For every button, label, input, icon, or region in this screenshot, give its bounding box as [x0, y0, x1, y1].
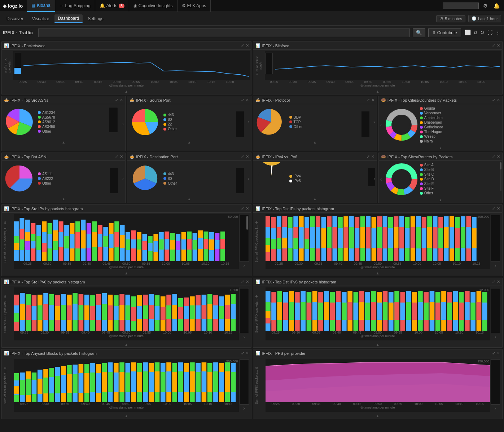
nav-arrow-anycast[interactable]: › [240, 405, 249, 411]
close-icon-sites[interactable]: ✕ [497, 154, 500, 159]
collapse-arrow-dst-port[interactable]: ▲ [187, 197, 191, 201]
expand-icon-src-ipv6[interactable]: ⤢ [241, 279, 244, 284]
sec-tab-visualize[interactable]: Visualize [29, 15, 53, 23]
collapse-arrow-ipv4-v6[interactable]: ▲ [313, 197, 317, 201]
sec-tab-settings[interactable]: Settings [84, 15, 107, 23]
nav-tab-kibana[interactable]: ▦ Kibana [27, 0, 55, 12]
svg-rect-295 [342, 303, 347, 320]
expand-icon-dst-ips[interactable]: ⤢ [492, 206, 495, 211]
close-icon-dst-ips[interactable]: ✕ [497, 206, 500, 211]
expand-icon[interactable]: ⤢ [241, 43, 244, 48]
svg-point-12 [393, 117, 409, 133]
notifications-icon[interactable]: 🔔 [492, 2, 501, 9]
refresh-icon[interactable]: ↻ [479, 29, 485, 36]
expand-icon-protocol[interactable]: ⤢ [367, 98, 370, 102]
close-icon-protocol[interactable]: ✕ [371, 98, 374, 102]
expand-icon-anycast[interactable]: ⤢ [241, 351, 244, 356]
nav-arrow-asns[interactable]: › [122, 121, 124, 127]
legend-item-naira: Naira [420, 139, 500, 143]
expand-icon-pps[interactable]: ⤢ [492, 351, 495, 356]
expand-icon-src-ips[interactable]: ⤢ [241, 206, 244, 211]
more-options-icon[interactable]: ⋮ [495, 29, 501, 36]
close-icon-dst-ipv6[interactable]: ✕ [497, 279, 500, 284]
collapse-arrow-source-port[interactable]: ▲ [187, 140, 191, 144]
nav-tab-elk-apps[interactable]: ⚙ ELK Apps [178, 0, 211, 12]
nav-arrow-protocol[interactable]: › [373, 119, 375, 125]
panel-header-protocol: 🥧 IPFIX - Protocol ⤢ ✕ [253, 96, 377, 104]
expand-icon-dst-ipv6[interactable]: ⤢ [492, 279, 495, 284]
collapse-row-src-ipv6: ▲ [2, 342, 251, 347]
clone-icon[interactable]: ⧉ [473, 29, 478, 36]
close-icon-dst-asn[interactable]: ✕ [120, 154, 123, 159]
search-input[interactable] [38, 28, 410, 37]
nav-arrow-src-ips[interactable]: › [240, 263, 249, 268]
collapse-arrow-src-ipv6[interactable]: ▲ [124, 343, 128, 347]
sec-tab-dashboard[interactable]: Dashboard [54, 14, 83, 23]
share-icon[interactable]: ⬜ [464, 29, 472, 36]
nav-arrow-left-sites[interactable]: ‹ [380, 176, 382, 182]
nav-arrow-src-ipv6[interactable]: › [240, 334, 249, 340]
expand-icon-sites[interactable]: ⤢ [492, 154, 495, 159]
legend-box-source-port [236, 111, 244, 137]
close-icon-src-ips[interactable]: ✕ [246, 206, 249, 211]
nav-tab-alerts[interactable]: 🔔 Alerts 8 [95, 0, 129, 12]
svg-rect-130 [310, 227, 315, 248]
collapse-arrow-cities[interactable]: ▲ [439, 146, 442, 150]
panel-actions-dst-ips: ⤢ ✕ [492, 206, 500, 211]
svg-rect-414 [213, 371, 218, 392]
nav-tab-cognitive-insights[interactable]: ◉ Cognitive Insights [129, 0, 178, 12]
area-chart-svg-pps [266, 359, 490, 402]
close-icon[interactable]: ✕ [246, 43, 249, 48]
svg-rect-61 [98, 234, 102, 247]
nav-tab-log-shipping[interactable]: → Log Shipping [55, 0, 95, 12]
sec-tab-discover[interactable]: Discover [3, 15, 27, 23]
search-button[interactable]: 🔍 [413, 28, 425, 37]
collapse-arrow-dst-asn[interactable]: ▲ [62, 197, 65, 201]
panel-title-top-src-ips-hist: IPFIX - Top Src IPs by packets histogram [10, 207, 240, 211]
time-interval-button[interactable]: ⏱ 5 minutes [436, 15, 465, 22]
nav-arrow-dst-ipv6[interactable]: › [491, 334, 500, 340]
nav-arrow-ipv4-v6[interactable]: › [373, 176, 375, 181]
collapse-arrow-src-ips[interactable]: ▲ [124, 271, 128, 275]
top-search-input[interactable] [443, 3, 479, 9]
close-icon-cities[interactable]: ✕ [497, 98, 500, 102]
time-range-button[interactable]: 🕐 Last 1 hour [468, 15, 501, 22]
collapse-arrow-protocol[interactable]: ▲ [313, 140, 317, 144]
nav-arrow-source-port[interactable]: › [248, 119, 250, 125]
nav-arrow-pps[interactable]: › [491, 405, 500, 411]
expand-icon-ipv4-v6[interactable]: ⤢ [367, 154, 370, 159]
collapse-arrow-asns[interactable]: ▲ [62, 140, 65, 144]
nav-arrow-dst-port[interactable]: › [248, 176, 250, 181]
collapse-arrow-anycast[interactable]: ▲ [124, 414, 128, 418]
logo: ◈ logz.io [3, 3, 23, 9]
close-icon-asns[interactable]: ✕ [120, 98, 123, 102]
close-icon-anycast[interactable]: ✕ [246, 351, 249, 356]
nav-arrow-dst-ips[interactable]: › [491, 263, 500, 268]
collapse-arrow-pps[interactable]: ▲ [376, 414, 380, 418]
expand-icon-asns[interactable]: ⤢ [115, 98, 118, 102]
collapse-arrow-dst-ips[interactable]: ▲ [376, 271, 380, 275]
close-icon-ipv4-v6[interactable]: ✕ [371, 154, 374, 159]
x-axis-timestamps-packets: 09:2509:3009:3509:4009:4509:5009:5510:00… [3, 80, 250, 84]
nav-arrow-left-cities[interactable]: ‹ [380, 122, 382, 128]
close-icon-pps[interactable]: ✕ [497, 351, 500, 356]
close-icon-dst-port[interactable]: ✕ [246, 154, 249, 159]
settings-icon[interactable]: ⚙ [482, 2, 489, 9]
collapse-arrow-bits[interactable]: ▲ [376, 89, 380, 93]
expand-icon-dst-asn[interactable]: ⤢ [115, 154, 118, 159]
close-icon-bits[interactable]: ✕ [497, 43, 500, 48]
svg-rect-341 [476, 302, 481, 320]
collapse-arrow-sites[interactable]: ▲ [439, 198, 442, 202]
close-icon-source-port[interactable]: ✕ [246, 98, 249, 102]
svg-rect-201 [43, 304, 48, 320]
collapse-arrow-dst-ipv6[interactable]: ▲ [376, 343, 380, 347]
close-icon-src-ipv6[interactable]: ✕ [246, 279, 249, 284]
expand-icon-bits[interactable]: ⤢ [492, 43, 495, 48]
expand-icon-source-port[interactable]: ⤢ [241, 98, 244, 102]
fullscreen-icon[interactable]: ⛶ [487, 29, 493, 36]
expand-icon-dst-port[interactable]: ⤢ [241, 154, 244, 159]
contribute-button[interactable]: ⬆ Contribute [428, 28, 461, 37]
nav-arrow-dst-asn[interactable]: › [122, 176, 124, 181]
expand-icon-cities[interactable]: ⤢ [492, 98, 495, 102]
collapse-arrow[interactable]: ▲ [124, 89, 128, 93]
